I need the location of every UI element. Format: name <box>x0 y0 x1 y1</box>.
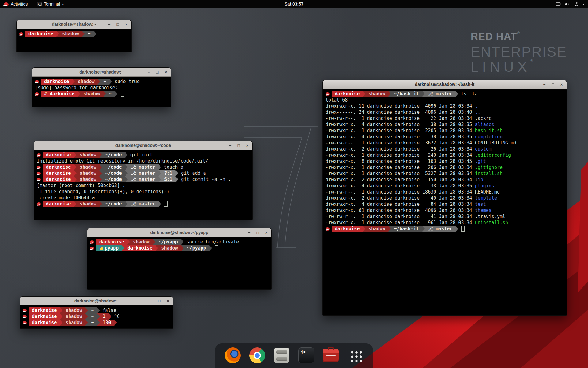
terminal-text: [sudo] password for darknoise: <box>35 85 118 90</box>
close-button[interactable]: × <box>124 22 129 27</box>
rhel-logo-linux: LINUX® <box>471 59 567 75</box>
close-button[interactable]: × <box>164 70 168 75</box>
minimize-button[interactable]: − <box>247 230 251 235</box>
powerline-arrow <box>109 313 111 320</box>
terminal-content[interactable]: darknoiseshadow~ falsedarknoiseshadow~1 … <box>20 305 173 328</box>
terminal-content[interactable]: darknoiseshadow~/code git initInitialize… <box>34 150 252 220</box>
prompt-segment-git: ⎇ master <box>425 91 456 97</box>
terminal-window[interactable]: darknoise@shadow:~−□×darknoiseshadow~ <box>16 20 132 52</box>
prompt-segment-user: darknoise <box>29 320 60 326</box>
window-titlebar[interactable]: darknoise@shadow:~−□× <box>32 68 171 77</box>
terminal-line: drwxrwxr-x. 4 darknoise darknoise 38 Jan… <box>326 134 567 140</box>
minimize-button[interactable]: − <box>228 143 232 148</box>
activities-button[interactable]: Activities <box>0 0 31 8</box>
maximize-button[interactable]: □ <box>236 143 241 148</box>
close-button[interactable]: × <box>245 143 250 148</box>
maximize-button[interactable]: □ <box>157 299 162 303</box>
redhat-icon <box>326 92 330 96</box>
terminal-cursor <box>100 31 103 36</box>
minimize-button[interactable]: − <box>149 299 153 303</box>
powerline-arrow <box>175 176 178 182</box>
firefox-launcher[interactable] <box>224 347 241 364</box>
window-titlebar[interactable]: darknoise@shadow:~/pyapp−□× <box>87 228 271 237</box>
terminal-line: darknoiseshadow~/code⎇ master touch a <box>37 164 252 170</box>
terminal-text: 1 file changed, 0 insertions(+), 0 delet… <box>37 189 169 194</box>
terminal-text: -rw-rw-r--. 1 darknoise darknoise 22 Jan… <box>326 116 492 121</box>
powerline-arrow <box>155 245 158 251</box>
system-status-area[interactable]: ▾ <box>553 0 587 8</box>
terminal-window[interactable]: darknoise@shadow:~/pyapp−□×darknoiseshad… <box>87 228 272 290</box>
close-button[interactable]: × <box>166 299 170 303</box>
terminal-content[interactable]: darknoiseshadow~ sudo true[sudo] passwor… <box>32 77 171 107</box>
prompt-segment-host: shadow <box>62 307 85 313</box>
window-titlebar[interactable]: darknoise@shadow:~−□× <box>20 297 173 305</box>
terminal-window[interactable]: darknoise@shadow:~−□×darknoiseshadow~ fa… <box>20 296 173 329</box>
prompt-segment-path: ~ <box>106 91 115 97</box>
directory-name: completion <box>475 134 503 140</box>
maximize-button[interactable]: □ <box>551 82 555 87</box>
chrome-launcher[interactable] <box>249 347 266 364</box>
powerline-arrow <box>74 152 77 158</box>
terminal-text: touch a <box>161 164 183 170</box>
terminal-window[interactable]: darknoise@shadow:~/code−□×darknoiseshado… <box>34 141 253 220</box>
app-grid-launcher[interactable] <box>347 347 364 364</box>
maximize-button[interactable]: □ <box>155 70 160 75</box>
prompt-segment-git: ⎇ master <box>425 226 456 232</box>
registered-mark: ® <box>530 59 537 63</box>
terminal-line: -rw-rw-r--. 1 darknoise darknoise 18630 … <box>326 189 567 195</box>
top-bar: Activities >_ Terminal ▾ Sat 03:57 ▾ <box>0 0 588 8</box>
prompt-segment-user: darknoise <box>332 91 363 97</box>
redhat-icon <box>326 227 330 231</box>
terminal-text: sudo true <box>112 79 140 84</box>
terminal-line: drwxrwxr-x. 11 darknoise darknoise 4096 … <box>326 103 567 109</box>
window-buttons: −□× <box>107 20 129 29</box>
toolbox-launcher[interactable] <box>322 347 339 364</box>
terminal-text: drwxrwxr-x. 4 darknoise darknoise 38 Jan… <box>326 122 475 127</box>
prompt-segment-user: darknoise <box>25 31 56 37</box>
app-menu-terminal[interactable]: >_ Terminal ▾ <box>33 0 67 8</box>
window-titlebar[interactable]: darknoise@shadow:~−□× <box>17 20 131 29</box>
terminal-text: -rwxrwxr-x. 1 darknoise darknoise 961 Ja… <box>326 220 475 225</box>
terminal-text: drwx------. 24 darknoise darknoise 4096 … <box>326 109 475 115</box>
minimize-button[interactable]: − <box>146 70 151 75</box>
terminal-content[interactable]: darknoiseshadow~/bash-it⎇ master ls -lat… <box>323 89 567 315</box>
window-titlebar[interactable]: darknoise@shadow:~/bash-it−□× <box>323 80 567 89</box>
window-title: darknoise@shadow:~/pyapp <box>150 230 209 235</box>
prompt-segment-user: darknoise <box>43 170 74 176</box>
powerline-arrow <box>109 79 112 85</box>
clock[interactable]: Sat 03:57 <box>281 0 306 8</box>
chevron-down-icon: ▾ <box>62 2 64 6</box>
terminal-content[interactable]: darknoiseshadow~ <box>17 29 131 52</box>
powerline-arrow <box>388 91 391 97</box>
directory-name: custom <box>475 146 492 152</box>
powerline-arrow <box>127 239 130 245</box>
terminal-content[interactable]: darknoiseshadow~/pyapp source bin/activa… <box>87 237 271 289</box>
redhat-logo-icon <box>4 2 9 6</box>
terminal-text: [master (root-commit) 50bcb63] . <box>37 183 125 188</box>
redhat-icon <box>37 202 41 206</box>
window-title: darknoise@shadow:~/bash-it <box>415 82 475 87</box>
redhat-icon <box>90 240 94 244</box>
close-button[interactable]: × <box>264 230 269 235</box>
powerline-arrow <box>122 245 124 251</box>
powerline-arrow <box>74 201 77 207</box>
powerline-arrow <box>181 239 184 245</box>
terminal-cursor <box>215 245 218 251</box>
directory-name: test <box>475 201 486 207</box>
powerline-arrow <box>99 176 102 182</box>
close-button[interactable]: × <box>559 82 564 87</box>
minimize-button[interactable]: − <box>107 22 111 27</box>
terminal-window[interactable]: darknoise@shadow:~−□×darknoiseshadow~ su… <box>32 67 171 107</box>
prompt-segment-path: ~/code <box>102 170 125 176</box>
window-titlebar[interactable]: darknoise@shadow:~/code−□× <box>34 141 252 150</box>
terminal-text: git add a <box>178 171 206 176</box>
files-launcher[interactable] <box>273 347 290 364</box>
maximize-button[interactable]: □ <box>115 22 120 27</box>
rhel-logo-redhat: RED HAT® <box>471 31 567 42</box>
terminal-window[interactable]: darknoise@shadow:~/bash-it−□×darknoisesh… <box>322 80 567 316</box>
directory-name: .. <box>475 109 481 115</box>
terminal-launcher[interactable]: $> <box>298 347 315 364</box>
maximize-button[interactable]: □ <box>255 230 260 235</box>
registered-mark: ® <box>517 31 520 35</box>
minimize-button[interactable]: − <box>542 82 547 87</box>
